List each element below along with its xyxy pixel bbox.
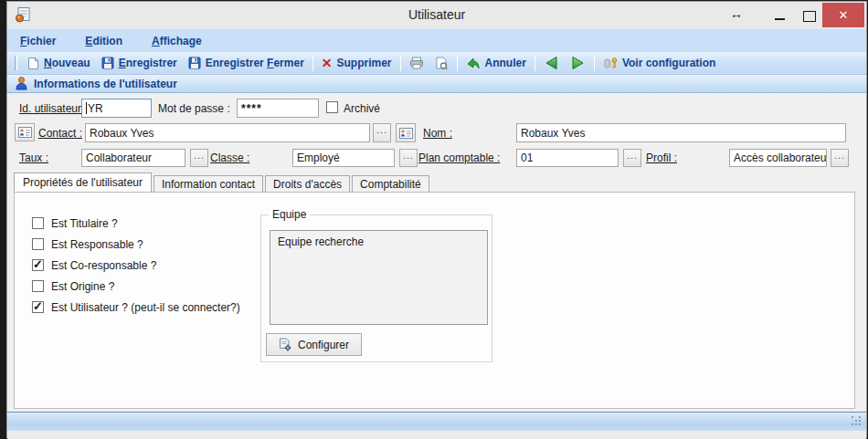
save-floppy-icon <box>101 57 114 69</box>
contact-browse-button[interactable]: ... <box>373 123 391 142</box>
plan-comptable-input[interactable]: 01 <box>516 149 619 167</box>
est-utilisateur-checkbox[interactable] <box>32 301 44 313</box>
title-bar[interactable]: Utilisateur ↔ ✕ <box>7 2 866 28</box>
est-co-responsable-label: Est Co-responsable ? <box>51 259 156 272</box>
tab-comptabilite[interactable]: Comptabilité <box>352 175 429 192</box>
status-bar <box>7 412 866 431</box>
resize-grip[interactable] <box>852 416 863 427</box>
previous-button[interactable] <box>538 53 565 73</box>
nom-label: Nom : <box>423 127 452 140</box>
printer-icon <box>409 57 424 69</box>
enregistrer-fermer-button[interactable]: Enregistrer Fermer <box>183 53 310 73</box>
equipe-group-label: Equipe <box>269 208 310 221</box>
enregistrer-button[interactable]: Enregistrer <box>96 53 183 73</box>
plan-comptable-label: Plan comptable : <box>418 152 500 164</box>
next-arrow-icon <box>570 56 586 70</box>
configuration-icon <box>603 57 618 70</box>
classe-input[interactable]: Employé <box>292 149 395 167</box>
menu-fichier[interactable]: Fichier <box>20 35 69 47</box>
toolbar-separator <box>312 55 313 71</box>
application-window: Utilisateur ↔ ✕ Fichier Edition Affichag… <box>6 1 867 438</box>
est-origine-label: Est Origine ? <box>51 280 114 293</box>
close-button[interactable]: ✕ <box>822 3 864 27</box>
mot-de-passe-input[interactable]: **** <box>237 99 319 118</box>
toolbar-grip <box>15 56 17 70</box>
info-header-title: Informations de l'utilisateur <box>34 78 177 90</box>
profil-label: Profil : <box>646 152 677 164</box>
window-bottom-border <box>7 431 866 439</box>
previous-arrow-icon <box>544 56 559 70</box>
tab-droits-acces[interactable]: Droits d'accès <box>265 175 350 192</box>
tab-strip: Propriétés de l'utilisateur Information … <box>14 172 431 192</box>
id-utilisateur-input[interactable]: YR <box>81 99 152 118</box>
menu-edition[interactable]: Edition <box>85 35 135 47</box>
toolbar-separator <box>457 55 458 71</box>
new-document-icon <box>27 57 39 70</box>
print-preview-button[interactable] <box>429 53 454 73</box>
est-utilisateur-label: Est Utilisateur ? (peut-il se connecter?… <box>51 301 240 314</box>
plan-comptable-browse-button[interactable]: ... <box>623 149 641 167</box>
classe-label: Classe : <box>210 152 249 164</box>
contact-open-button[interactable] <box>396 123 416 142</box>
equipe-listbox[interactable]: Equipe recherche <box>270 230 488 325</box>
toolbar-separator <box>594 55 595 71</box>
taux-label: Taux : <box>19 152 48 164</box>
tab-proprietes-utilisateur[interactable]: Propriétés de l'utilisateur <box>14 172 152 192</box>
profil-input[interactable]: Accès collaborateur <box>729 149 827 167</box>
next-button[interactable] <box>565 53 591 73</box>
contact-input[interactable]: Robaux Yves <box>85 123 370 142</box>
configurer-button-label: Configurer <box>298 339 349 351</box>
est-titulaire-label: Est Titulaire ? <box>51 217 118 230</box>
taux-browse-button[interactable]: ... <box>190 149 208 167</box>
est-co-responsable-checkbox[interactable] <box>32 259 44 271</box>
equipe-groupbox: Equipe Equipe recherche <box>260 214 492 362</box>
toolbar-separator <box>535 55 535 71</box>
contact-card-icon <box>399 128 413 139</box>
print-button[interactable] <box>404 53 429 73</box>
contact-card-icon <box>18 127 32 138</box>
est-responsable-checkbox[interactable] <box>32 238 44 250</box>
est-titulaire-checkbox[interactable] <box>32 217 44 229</box>
menu-bar: Fichier Edition Affichage <box>7 28 866 52</box>
contact-card-button[interactable] <box>15 123 35 141</box>
tab-panel-proprietes: Est Titulaire ? Est Responsable ? Est Co… <box>14 192 855 409</box>
voir-configuration-button[interactable]: Voir configuration <box>598 53 721 73</box>
est-origine-checkbox[interactable] <box>32 280 44 292</box>
save-close-floppy-icon <box>188 57 201 69</box>
list-item[interactable]: Equipe recherche <box>270 231 487 248</box>
supprimer-button[interactable]: ✕ Supprimer <box>316 53 397 73</box>
maximize-button[interactable] <box>797 4 820 27</box>
toolbar-separator <box>400 55 401 71</box>
contact-label: Contact : <box>38 127 82 140</box>
form-area: Id. utilisateur YR Mot de passe : **** A… <box>7 93 866 172</box>
info-header-bar: Informations de l'utilisateur <box>7 75 866 93</box>
minimize-button[interactable] <box>768 4 792 27</box>
text-caret <box>86 102 87 114</box>
classe-browse-button[interactable]: ... <box>399 149 418 167</box>
taux-input[interactable]: Collaborateur <box>81 149 185 167</box>
profil-browse-button[interactable]: ... <box>831 149 849 167</box>
est-responsable-label: Est Responsable ? <box>51 238 143 251</box>
nom-input[interactable]: Robaux Yves <box>516 123 846 142</box>
nouveau-button[interactable]: Nouveau <box>22 53 96 73</box>
resize-icon[interactable]: ↔ <box>727 6 746 21</box>
configure-gear-icon <box>279 338 292 351</box>
id-utilisateur-label: Id. utilisateur <box>19 102 81 115</box>
annuler-button[interactable]: Annuler <box>460 53 532 73</box>
user-icon <box>16 77 27 90</box>
tab-information-contact[interactable]: Information contact <box>153 175 263 192</box>
menu-affichage[interactable]: Affichage <box>152 35 215 47</box>
toolbar: Nouveau Enregistrer <box>7 52 866 75</box>
configurer-button[interactable]: Configurer <box>266 333 362 356</box>
archive-checkbox[interactable] <box>326 101 338 113</box>
archive-label: Archivé <box>344 102 380 115</box>
print-preview-icon <box>435 57 449 70</box>
undo-arrow-icon <box>466 57 481 70</box>
mot-de-passe-label: Mot de passe : <box>158 102 230 115</box>
delete-x-icon: ✕ <box>322 57 333 69</box>
